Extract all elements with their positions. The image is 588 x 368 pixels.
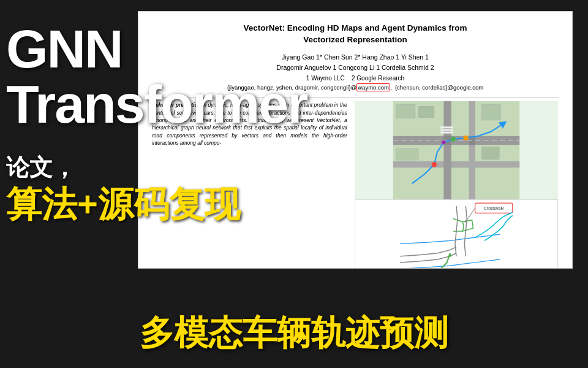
rasterized-figure	[355, 101, 558, 199]
svg-point-19	[442, 140, 445, 144]
paper-thumbnail: VectorNet: Encoding HD Maps and Agent Dy…	[138, 11, 573, 269]
gnn-overlay-text: GNN	[6, 23, 123, 75]
subtitle1-overlay: 论文，	[6, 152, 76, 183]
svg-rect-10	[396, 149, 418, 161]
vectorized-figure: Crosswalk	[355, 199, 558, 269]
svg-point-18	[463, 136, 468, 140]
svg-rect-4	[469, 101, 475, 199]
svg-rect-2	[393, 161, 519, 167]
bottom-text-overlay: 多模态车辆轨迹预测	[0, 310, 588, 357]
svg-rect-13	[440, 132, 453, 134]
svg-rect-8	[396, 105, 415, 119]
svg-rect-15	[440, 127, 453, 129]
svg-rect-14	[440, 129, 453, 131]
paper-title: VectorNet: Encoding HD Maps and Agent Dy…	[152, 23, 559, 46]
paper-authors: Jiyang Gao 1* Chen Sun 2* Hang Zhao 1 Yi…	[152, 52, 559, 73]
waymo-highlight: waymo.com	[356, 83, 390, 91]
svg-text:Crosswalk: Crosswalk	[483, 207, 503, 212]
svg-rect-12	[481, 147, 499, 160]
svg-rect-3	[443, 101, 451, 199]
paper-figure: Crosswalk	[355, 101, 558, 269]
raster-svg	[355, 101, 558, 199]
subtitle2-overlay: 算法+源码复现	[6, 181, 240, 229]
paper-content: VectorNet: Encoding HD Maps and Agent Dy…	[138, 12, 572, 269]
svg-point-17	[450, 137, 455, 142]
transformer-overlay-text: Transformer	[6, 79, 307, 130]
svg-point-16	[431, 162, 436, 167]
svg-rect-11	[481, 105, 500, 121]
vector-svg: Crosswalk	[355, 200, 557, 269]
svg-rect-9	[418, 107, 434, 118]
